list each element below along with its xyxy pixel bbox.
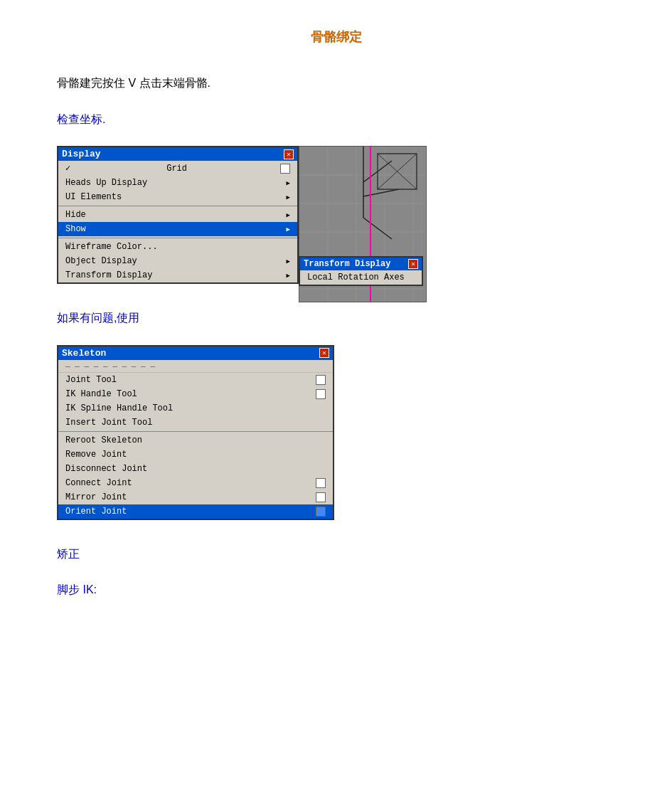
menu-item-wireframe[interactable]: Wireframe Color... <box>58 240 297 254</box>
display-menu-titlebar: Display ✕ <box>58 147 297 161</box>
section2-text: 检查坐标. <box>57 110 615 129</box>
transform-submenu: Transform Display ✕ Local Rotation Axes <box>299 256 423 286</box>
section5-text: 脚步 IK: <box>57 581 615 599</box>
transform-submenu-close[interactable]: ✕ <box>408 259 418 269</box>
section4-text: 矫正 <box>57 545 615 563</box>
skeleton-menu-titlebar: Skeleton ✕ <box>58 346 333 360</box>
menu-divider-2 <box>58 238 297 238</box>
skeleton-item-removejoint[interactable]: Remove Joint <box>58 448 333 462</box>
skeleton-item-rerootskeleton[interactable]: Reroot Skeleton <box>58 433 333 448</box>
skeleton-menu-window: Skeleton ✕ — — — — — — — — — — Joint Too… <box>57 345 334 520</box>
connectjoint-icon <box>316 478 326 488</box>
skeleton-item-ikhandletool[interactable]: IK Handle Tool <box>58 387 333 401</box>
display-menu-window: Display ✕ Grid Heads Up Display UI Eleme… <box>57 146 299 284</box>
jointtool-icon <box>316 375 326 385</box>
mirrorjoint-icon <box>316 492 326 502</box>
menu-item-transformdisplay[interactable]: Transform Display <box>58 268 297 282</box>
orientjoint-icon <box>316 507 326 517</box>
skeleton-item-connectjoint[interactable]: Connect Joint <box>58 476 333 490</box>
menu-item-objectdisplay[interactable]: Object Display <box>58 254 297 268</box>
grid-icon <box>280 164 290 174</box>
transform-submenu-title: Transform Display <box>304 259 390 269</box>
transform-submenu-item-localrotation[interactable]: Local Rotation Axes <box>300 270 422 285</box>
section1-text: 骨骼建完按住 V 点击末端骨骼. <box>57 74 615 92</box>
skeleton-menu-close[interactable]: ✕ <box>319 348 329 358</box>
menu-divider-1 <box>58 206 297 206</box>
skeleton-item-jointtool[interactable]: Joint Tool <box>58 373 333 387</box>
skeleton-divider-1 <box>58 431 333 432</box>
skeleton-scroll-indicator: — — — — — — — — — — <box>58 360 333 373</box>
menu-item-show[interactable]: Show <box>58 222 297 236</box>
display-menu-title: Display <box>62 149 101 159</box>
menu-item-grid[interactable]: Grid <box>58 161 297 176</box>
menu-item-ui[interactable]: UI Elements <box>58 190 297 204</box>
ikhandletool-icon <box>316 389 326 399</box>
menu-item-hide[interactable]: Hide <box>58 208 297 222</box>
skeleton-item-orientjoint[interactable]: Orient Joint <box>58 504 333 519</box>
display-menu-close[interactable]: ✕ <box>284 149 294 159</box>
section3-text: 如果有问题,使用 <box>57 309 615 327</box>
skeleton-menu-title: Skeleton <box>62 348 106 359</box>
skeleton-menu-image: Skeleton ✕ — — — — — — — — — — Joint Too… <box>57 345 615 520</box>
page-title: 骨骼绑定 <box>57 28 615 46</box>
skeleton-item-ikspline[interactable]: IK Spline Handle Tool <box>58 401 333 416</box>
transform-submenu-titlebar: Transform Display ✕ <box>300 258 422 270</box>
skeleton-item-insertjoint[interactable]: Insert Joint Tool <box>58 416 333 430</box>
skeleton-item-disconnectjoint[interactable]: Disconnect Joint <box>58 462 333 476</box>
menu-item-headsup[interactable]: Heads Up Display <box>58 176 297 190</box>
display-menu-image: Display ✕ Grid Heads Up Display UI Eleme… <box>57 146 615 284</box>
skeleton-item-mirrorjoint[interactable]: Mirror Joint <box>58 490 333 504</box>
